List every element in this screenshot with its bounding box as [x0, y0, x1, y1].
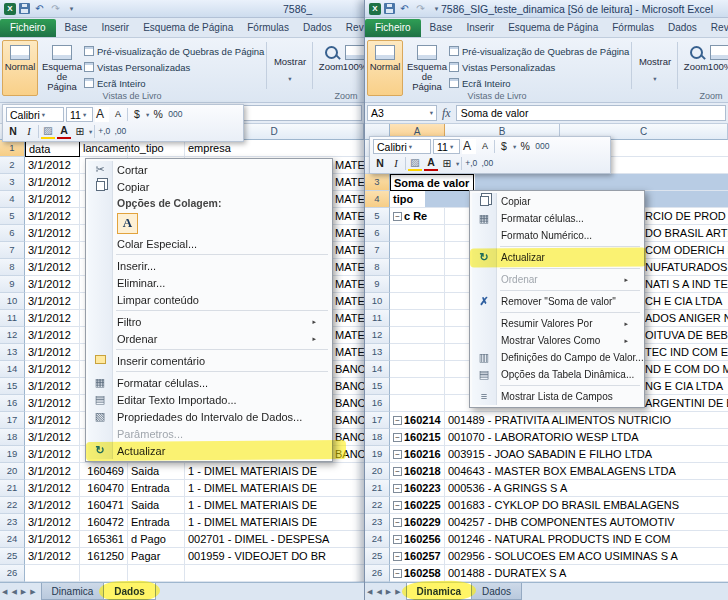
cell-data[interactable]: 3/1/2012: [25, 191, 80, 208]
cell-pivot-label[interactable]: [390, 378, 445, 395]
cell-pivot-label[interactable]: −160215: [390, 429, 445, 446]
row-number[interactable]: 20: [365, 463, 390, 480]
cell-data[interactable]: 3/1/2012: [25, 548, 80, 565]
menu-item-filtro[interactable]: Filtro▸: [88, 313, 330, 330]
cell-lancamento[interactable]: 160470: [80, 480, 128, 497]
title-bar[interactable]: X ↶ ↷ ▾ 7586_SIG_teste_dinamica [Só de l…: [365, 0, 728, 18]
cell-pivot-label[interactable]: [390, 327, 445, 344]
cell-data[interactable]: 3/1/2012: [25, 463, 80, 480]
cell-lancamento[interactable]: [80, 565, 128, 582]
sheet-tab-dinamica[interactable]: Dinamica: [406, 583, 472, 600]
title-bar[interactable]: X ↶ ↷ ▾ 7586_: [0, 0, 364, 18]
cell-data[interactable]: 3/1/2012: [25, 242, 80, 259]
previous-sheet-icon[interactable]: ◀: [374, 583, 383, 600]
menu-item-mostrar-lista-de-campos[interactable]: ≡Mostrar Lista de Campos: [472, 388, 642, 405]
menu-item-cortar[interactable]: ✂Cortar: [88, 161, 330, 178]
custom-views-button[interactable]: Vistas Personalizadas: [84, 60, 190, 74]
next-sheet-icon[interactable]: ▶: [19, 583, 28, 600]
row-number[interactable]: 8: [0, 259, 25, 276]
cell-pivot-label[interactable]: −160218: [390, 463, 445, 480]
menu-item-resumir-valores-por[interactable]: Resumir Valores Por▸: [472, 315, 642, 332]
next-sheet-icon[interactable]: ▶: [384, 583, 393, 600]
cell-pivot-label[interactable]: −160257: [390, 548, 445, 565]
normal-view-button[interactable]: Normal: [367, 40, 403, 96]
row-number[interactable]: 24: [365, 531, 390, 548]
cell-data[interactable]: [25, 565, 80, 582]
row-number[interactable]: 26: [365, 565, 390, 582]
bold-button[interactable]: N: [373, 156, 387, 171]
zoom-100-button[interactable]: 100%: [340, 40, 364, 96]
comma-format-button[interactable]: 000: [167, 107, 183, 122]
sheet-tab-dados[interactable]: Dados: [103, 583, 156, 600]
cell-pivot-label[interactable]: −160225: [390, 497, 445, 514]
cell-tipo[interactable]: Saida: [128, 497, 185, 514]
menu-item-actualizar[interactable]: ↻Actualizar: [472, 249, 642, 266]
cell-data[interactable]: 3/1/2012: [25, 531, 80, 548]
menu-item-remover-soma-de-valor[interactable]: ✗Remover "Soma de valor": [472, 293, 642, 310]
menu-item-op-es-da-tabela-din-mica[interactable]: ▤Opções da Tabela Dinâmica...: [472, 366, 642, 383]
fill-color-button[interactable]: ▨: [408, 157, 422, 171]
row-number[interactable]: 14: [365, 361, 390, 378]
row-number[interactable]: 15: [0, 378, 25, 395]
cell-empresa[interactable]: [185, 565, 364, 582]
tab-formulas[interactable]: Fórmulas: [240, 19, 296, 37]
cell-lancamento[interactable]: 165361: [80, 531, 128, 548]
row-number[interactable]: 2: [0, 157, 25, 174]
collapse-button[interactable]: −: [393, 518, 402, 527]
menu-item-actualizar[interactable]: ↻Actualizar: [88, 442, 330, 459]
row-number[interactable]: 19: [0, 446, 25, 463]
row-number[interactable]: 6: [0, 225, 25, 242]
font-size-select[interactable]: 11▾: [66, 107, 93, 122]
page-break-preview-button[interactable]: Pré-visualização de Quebras de Página: [449, 44, 629, 58]
row-number[interactable]: 7: [0, 242, 25, 259]
cell-data[interactable]: data: [25, 140, 80, 157]
cell-pivot-label[interactable]: [390, 242, 445, 259]
italic-button[interactable]: I: [22, 124, 36, 139]
font-name-select[interactable]: Calibri▾: [6, 107, 64, 122]
cell-data[interactable]: 3/1/2012: [25, 276, 80, 293]
collapse-button[interactable]: −: [393, 501, 402, 510]
cell-empresa[interactable]: 002701 - DIMEL - DESPESA: [185, 531, 364, 548]
row-number[interactable]: 4: [365, 191, 390, 208]
increase-decimal-button[interactable]: +,0: [97, 124, 111, 139]
menu-item-ordenar[interactable]: Ordenar▸: [472, 271, 642, 288]
collapse-button[interactable]: −: [393, 212, 402, 221]
name-box[interactable]: A3 ▾: [367, 105, 437, 121]
cell-tipo[interactable]: Entrada: [128, 480, 185, 497]
save-icon[interactable]: [384, 3, 395, 14]
tab-ficheiro[interactable]: Ficheiro: [0, 19, 56, 37]
cell-data[interactable]: 3/1/2012: [25, 225, 80, 242]
menu-item-mostrar-valores-como[interactable]: Mostrar Valores Como▸: [472, 332, 642, 349]
tab-formulas[interactable]: Fórmulas: [605, 19, 661, 37]
borders-button[interactable]: ⊞: [440, 156, 454, 171]
menu-item-defini-es-do-campo-de-valor[interactable]: ▥Definições do Campo de Valor...: [472, 349, 642, 366]
cell-pivot-label[interactable]: −160223: [390, 480, 445, 497]
cell-data[interactable]: 3/1/2012: [25, 327, 80, 344]
row-number[interactable]: 20: [0, 463, 25, 480]
comma-format-button[interactable]: 000: [534, 139, 550, 154]
cell-pivot-label[interactable]: −160258: [390, 565, 445, 582]
font-color-button[interactable]: A: [424, 157, 438, 171]
row-number[interactable]: 11: [0, 310, 25, 327]
row-number[interactable]: 18: [0, 429, 25, 446]
fill-color-button[interactable]: ▨: [41, 125, 55, 139]
row-number[interactable]: 21: [365, 480, 390, 497]
cell-empresa[interactable]: 1 - DIMEL MATERIAIS DE: [185, 514, 364, 531]
full-screen-button[interactable]: Ecrã Inteiro: [449, 76, 511, 90]
cell-pivot-label[interactable]: [390, 344, 445, 361]
cell-data[interactable]: 3/1/2012: [25, 446, 80, 463]
cell-pivot-label[interactable]: [390, 225, 445, 242]
row-number[interactable]: 4: [0, 191, 25, 208]
cell-pivot-label[interactable]: −160256: [390, 531, 445, 548]
zoom-100-button[interactable]: 100%: [705, 40, 728, 96]
page-layout-view-button[interactable]: Esquema de Página: [40, 40, 84, 96]
decrease-decimal-button[interactable]: ,00: [113, 124, 127, 139]
cell-empresa[interactable]: 1 - DIMEL MATERIAIS DE: [185, 463, 364, 480]
collapse-button[interactable]: −: [393, 535, 402, 544]
cell-pivot-label[interactable]: −160216: [390, 446, 445, 463]
show-menu-button[interactable]: Mostrar ▾: [270, 40, 310, 96]
row-number[interactable]: 17: [0, 412, 25, 429]
row-number[interactable]: 25: [0, 548, 25, 565]
cell-empresa[interactable]: 001683 - CYKLOP DO BRASIL EMBALAGENS: [445, 497, 728, 514]
cell-empresa[interactable]: 001070 - LABORATORIO WESP LTDA: [445, 429, 728, 446]
